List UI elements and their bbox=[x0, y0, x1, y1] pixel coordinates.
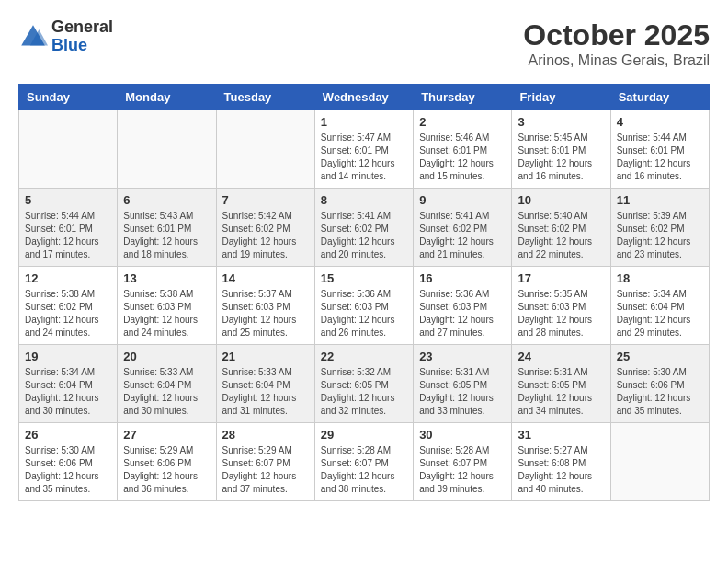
day-info: Sunrise: 5:29 AMSunset: 6:06 PMDaylight:… bbox=[123, 444, 210, 496]
day-info: Sunrise: 5:43 AMSunset: 6:01 PMDaylight:… bbox=[123, 210, 210, 261]
calendar-week-row: 5Sunrise: 5:44 AMSunset: 6:01 PMDaylight… bbox=[19, 189, 710, 267]
day-info: Sunrise: 5:28 AMSunset: 6:07 PMDaylight:… bbox=[321, 444, 407, 496]
day-info: Sunrise: 5:42 AMSunset: 6:02 PMDaylight:… bbox=[222, 210, 309, 261]
calendar-day-cell: 23Sunrise: 5:31 AMSunset: 6:05 PMDayligh… bbox=[414, 345, 512, 423]
day-number: 28 bbox=[222, 428, 309, 442]
calendar-week-row: 12Sunrise: 5:38 AMSunset: 6:02 PMDayligh… bbox=[19, 267, 710, 345]
day-info: Sunrise: 5:29 AMSunset: 6:07 PMDaylight:… bbox=[222, 444, 309, 496]
weekday-header-thursday: Thursday bbox=[414, 85, 512, 110]
weekday-header-wednesday: Wednesday bbox=[314, 85, 413, 110]
page-header: General Blue October 2025 Arinos, Minas … bbox=[18, 18, 710, 69]
logo-text: General Blue bbox=[51, 18, 113, 55]
calendar-day-cell: 22Sunrise: 5:32 AMSunset: 6:05 PMDayligh… bbox=[314, 345, 413, 423]
day-info: Sunrise: 5:36 AMSunset: 6:03 PMDaylight:… bbox=[321, 288, 407, 339]
day-info: Sunrise: 5:30 AMSunset: 6:06 PMDaylight:… bbox=[25, 444, 111, 496]
calendar-day-cell: 13Sunrise: 5:38 AMSunset: 6:03 PMDayligh… bbox=[118, 267, 216, 345]
day-number: 2 bbox=[419, 115, 506, 129]
day-info: Sunrise: 5:31 AMSunset: 6:05 PMDaylight:… bbox=[419, 366, 506, 418]
calendar-day-cell: 28Sunrise: 5:29 AMSunset: 6:07 PMDayligh… bbox=[216, 423, 314, 501]
day-number: 24 bbox=[518, 350, 604, 363]
calendar-day-cell bbox=[19, 110, 118, 189]
calendar-day-cell: 30Sunrise: 5:28 AMSunset: 6:07 PMDayligh… bbox=[414, 423, 512, 501]
calendar-day-cell: 17Sunrise: 5:35 AMSunset: 6:03 PMDayligh… bbox=[512, 267, 610, 345]
calendar-week-row: 1Sunrise: 5:47 AMSunset: 6:01 PMDaylight… bbox=[19, 110, 710, 189]
calendar-day-cell: 11Sunrise: 5:39 AMSunset: 6:02 PMDayligh… bbox=[610, 189, 709, 267]
logo-line1: General bbox=[51, 18, 113, 37]
day-number: 23 bbox=[419, 350, 506, 363]
day-info: Sunrise: 5:46 AMSunset: 6:01 PMDaylight:… bbox=[419, 132, 506, 183]
day-number: 8 bbox=[321, 193, 407, 207]
day-info: Sunrise: 5:38 AMSunset: 6:02 PMDaylight:… bbox=[25, 288, 111, 339]
day-number: 1 bbox=[321, 115, 407, 129]
calendar-day-cell: 21Sunrise: 5:33 AMSunset: 6:04 PMDayligh… bbox=[216, 345, 314, 423]
day-number: 12 bbox=[25, 271, 111, 285]
day-number: 26 bbox=[25, 428, 111, 442]
calendar-day-cell bbox=[118, 110, 216, 189]
day-number: 19 bbox=[25, 350, 111, 363]
calendar-day-cell: 25Sunrise: 5:30 AMSunset: 6:06 PMDayligh… bbox=[610, 345, 709, 423]
calendar-day-cell: 5Sunrise: 5:44 AMSunset: 6:01 PMDaylight… bbox=[19, 189, 118, 267]
day-info: Sunrise: 5:33 AMSunset: 6:04 PMDaylight:… bbox=[222, 366, 309, 418]
day-info: Sunrise: 5:32 AMSunset: 6:05 PMDaylight:… bbox=[321, 366, 407, 418]
calendar-day-cell: 2Sunrise: 5:46 AMSunset: 6:01 PMDaylight… bbox=[414, 110, 512, 189]
day-number: 20 bbox=[123, 350, 210, 363]
calendar-day-cell: 24Sunrise: 5:31 AMSunset: 6:05 PMDayligh… bbox=[512, 345, 610, 423]
weekday-header-monday: Monday bbox=[118, 85, 216, 110]
day-info: Sunrise: 5:30 AMSunset: 6:06 PMDaylight:… bbox=[617, 366, 703, 418]
day-info: Sunrise: 5:44 AMSunset: 6:01 PMDaylight:… bbox=[25, 210, 111, 261]
calendar-day-cell: 27Sunrise: 5:29 AMSunset: 6:06 PMDayligh… bbox=[118, 423, 216, 501]
title-section: October 2025 Arinos, Minas Gerais, Brazi… bbox=[523, 18, 710, 69]
day-info: Sunrise: 5:45 AMSunset: 6:01 PMDaylight:… bbox=[518, 132, 604, 183]
calendar-day-cell: 4Sunrise: 5:44 AMSunset: 6:01 PMDaylight… bbox=[610, 110, 709, 189]
day-number: 22 bbox=[321, 350, 407, 363]
day-number: 27 bbox=[123, 428, 210, 442]
day-info: Sunrise: 5:40 AMSunset: 6:02 PMDaylight:… bbox=[518, 210, 604, 261]
day-info: Sunrise: 5:41 AMSunset: 6:02 PMDaylight:… bbox=[419, 210, 506, 261]
day-number: 5 bbox=[25, 193, 111, 207]
calendar-day-cell: 6Sunrise: 5:43 AMSunset: 6:01 PMDaylight… bbox=[118, 189, 216, 267]
calendar-day-cell bbox=[610, 423, 709, 501]
calendar-week-row: 19Sunrise: 5:34 AMSunset: 6:04 PMDayligh… bbox=[19, 345, 710, 423]
weekday-header-tuesday: Tuesday bbox=[216, 85, 314, 110]
day-info: Sunrise: 5:44 AMSunset: 6:01 PMDaylight:… bbox=[617, 132, 703, 183]
day-number: 31 bbox=[518, 428, 604, 442]
weekday-header-sunday: Sunday bbox=[19, 85, 118, 110]
calendar-day-cell: 18Sunrise: 5:34 AMSunset: 6:04 PMDayligh… bbox=[610, 267, 709, 345]
calendar-day-cell: 26Sunrise: 5:30 AMSunset: 6:06 PMDayligh… bbox=[19, 423, 118, 501]
day-number: 21 bbox=[222, 350, 309, 363]
day-number: 29 bbox=[321, 428, 407, 442]
day-info: Sunrise: 5:39 AMSunset: 6:02 PMDaylight:… bbox=[617, 210, 703, 261]
day-number: 3 bbox=[518, 115, 604, 129]
day-info: Sunrise: 5:47 AMSunset: 6:01 PMDaylight:… bbox=[321, 132, 407, 183]
calendar-table: SundayMondayTuesdayWednesdayThursdayFrid… bbox=[18, 84, 710, 501]
calendar-day-cell bbox=[216, 110, 314, 189]
day-number: 18 bbox=[617, 271, 703, 285]
location-label: Arinos, Minas Gerais, Brazil bbox=[523, 52, 710, 69]
logo: General Blue bbox=[18, 18, 113, 55]
day-number: 25 bbox=[617, 350, 703, 363]
calendar-day-cell: 9Sunrise: 5:41 AMSunset: 6:02 PMDaylight… bbox=[414, 189, 512, 267]
calendar-day-cell: 7Sunrise: 5:42 AMSunset: 6:02 PMDaylight… bbox=[216, 189, 314, 267]
calendar-day-cell: 31Sunrise: 5:27 AMSunset: 6:08 PMDayligh… bbox=[512, 423, 610, 501]
day-info: Sunrise: 5:41 AMSunset: 6:02 PMDaylight:… bbox=[321, 210, 407, 261]
day-number: 11 bbox=[617, 193, 703, 207]
day-number: 10 bbox=[518, 193, 604, 207]
day-info: Sunrise: 5:31 AMSunset: 6:05 PMDaylight:… bbox=[518, 366, 604, 418]
logo-icon bbox=[18, 22, 48, 52]
weekday-header-row: SundayMondayTuesdayWednesdayThursdayFrid… bbox=[19, 85, 710, 110]
day-info: Sunrise: 5:34 AMSunset: 6:04 PMDaylight:… bbox=[25, 366, 111, 418]
day-info: Sunrise: 5:34 AMSunset: 6:04 PMDaylight:… bbox=[617, 288, 703, 339]
day-info: Sunrise: 5:27 AMSunset: 6:08 PMDaylight:… bbox=[518, 444, 604, 496]
day-number: 7 bbox=[222, 193, 309, 207]
calendar-day-cell: 8Sunrise: 5:41 AMSunset: 6:02 PMDaylight… bbox=[314, 189, 413, 267]
day-number: 9 bbox=[419, 193, 506, 207]
calendar-day-cell: 16Sunrise: 5:36 AMSunset: 6:03 PMDayligh… bbox=[414, 267, 512, 345]
calendar-day-cell: 19Sunrise: 5:34 AMSunset: 6:04 PMDayligh… bbox=[19, 345, 118, 423]
day-number: 14 bbox=[222, 271, 309, 285]
calendar-day-cell: 10Sunrise: 5:40 AMSunset: 6:02 PMDayligh… bbox=[512, 189, 610, 267]
month-title: October 2025 bbox=[523, 18, 710, 52]
day-number: 15 bbox=[321, 271, 407, 285]
calendar-day-cell: 1Sunrise: 5:47 AMSunset: 6:01 PMDaylight… bbox=[314, 110, 413, 189]
day-number: 17 bbox=[518, 271, 604, 285]
day-number: 30 bbox=[419, 428, 506, 442]
